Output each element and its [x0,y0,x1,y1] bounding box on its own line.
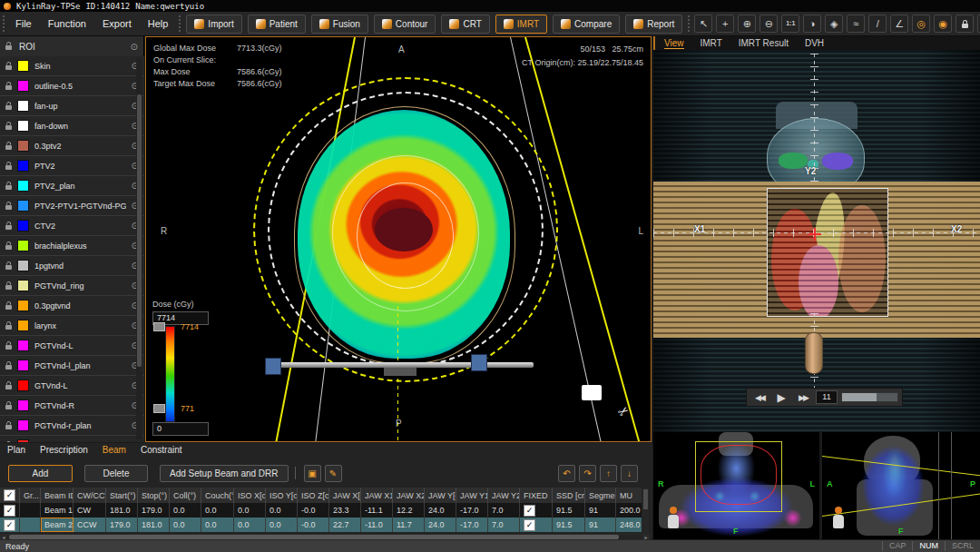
lock-icon[interactable] [5,205,12,210]
cell[interactable]: 0.0 [201,518,234,532]
cell[interactable]: 248.0 [616,518,642,532]
roi-item-pgtvnd-l[interactable]: PGTVnd-L⊙ [0,336,144,356]
lock-icon[interactable] [5,125,12,130]
menu-file[interactable]: File [7,18,40,29]
roi-item-fan-down[interactable]: fan-down⊙ [0,116,144,136]
roi-item-1pgtvnd[interactable]: 1pgtvnd⊙ [0,256,144,276]
cell[interactable]: 7.0 [488,518,520,532]
cell[interactable] [20,503,41,518]
cell[interactable]: 179.0 [106,518,138,532]
rotate-3d-icon[interactable]: ◈ [825,15,843,33]
dose-rings-icon[interactable]: ◉ [934,15,952,33]
lock-icon[interactable] [5,405,12,409]
hscroll-track[interactable] [7,535,642,539]
lock-icon[interactable] [5,345,12,350]
column-header-JAW Y2...[interactable]: JAW Y2... [488,488,520,503]
roi-item-0.3ptv2[interactable]: 0.3ptv2⊙ [0,136,144,156]
roi-item[interactable]: ⊙ [0,436,144,442]
segment-number-input[interactable]: 11 [816,390,838,404]
column-header-Stop(°)[interactable]: Stop(°) [138,488,170,503]
module-compare-button[interactable]: Compare [553,15,620,34]
menu-export[interactable]: Export [94,18,140,29]
lock-icon[interactable] [5,185,12,190]
module-crt-button[interactable]: CRT [441,15,489,34]
column-header-Gr...[interactable]: Gr... [20,488,41,503]
column-header-Segment[interactable]: Segment [585,488,616,503]
beam-row-2[interactable]: ✓Beam 2CCW179.0181.00.00.00.00.0-0.022.7… [0,518,642,532]
add-beam-button[interactable]: Add [8,465,73,482]
column-header-MU[interactable]: MU [616,488,642,503]
segment-progress-bar[interactable] [841,392,898,402]
cell[interactable]: 24.0 [425,518,456,532]
module-imrt-button[interactable]: IMRT [495,15,547,34]
cell[interactable]: 91 [585,518,616,532]
dose-profile-icon[interactable]: ≈ [847,15,865,33]
checkbox[interactable]: ✓ [524,519,535,531]
column-header-JAW X2...[interactable]: JAW X2... [393,488,425,503]
lock-icon[interactable] [5,365,12,370]
beam-row-1[interactable]: ✓Beam 1CW181.0179.00.00.00.00.0-0.023.3-… [0,503,642,518]
cell[interactable]: 181.0 [138,518,170,532]
cell[interactable]: 7.0 [488,503,520,518]
rotate-right-icon[interactable]: ↷ [579,465,596,482]
ruler-icon[interactable]: / [868,15,887,33]
cell[interactable]: 181.0 [106,503,138,518]
roi-scroll-thumb[interactable] [137,94,142,367]
checkbox[interactable]: ✓ [524,505,535,517]
sagittal-dose-view[interactable]: A P F [822,432,980,539]
cell[interactable]: 11.7 [393,518,425,532]
checkbox[interactable]: ✓ [4,489,15,501]
forward-button[interactable]: ▶▶ [794,393,812,402]
lock-icon[interactable] [5,425,12,429]
zoom-in-icon[interactable]: ⊕ [738,15,756,33]
cell[interactable]: 12.2 [393,503,425,518]
rewind-button[interactable]: ◀◀ [750,393,769,402]
roi-item-gtvnd-l[interactable]: GTVnd-L⊙ [0,376,144,396]
column-header-ISO Y[c...[interactable]: ISO Y[c... [266,488,298,503]
cell[interactable]: CW [74,503,106,518]
roi-scrollbar[interactable] [136,58,142,439]
cell[interactable]: 24.0 [425,503,456,518]
cell[interactable]: 179.0 [138,503,170,518]
roi-item-ptv2_plan[interactable]: PTV2_plan⊙ [0,176,144,196]
cell[interactable]: ✓ [0,503,20,518]
table-vscroll-thumb[interactable] [643,489,648,509]
cell[interactable]: Beam 1 [41,503,74,518]
beam-eye-view[interactable]: X1 X2 Y2 ◀◀ ▶ ▶▶ 11 [653,50,980,432]
cell[interactable]: 91 [585,503,616,518]
tab-beam[interactable]: Beam [103,445,126,455]
scroll-right-arrow[interactable]: ▸ [642,534,650,540]
lock-icon[interactable] [5,105,12,110]
cell[interactable]: -17.0 [456,518,488,532]
menu-function[interactable]: Function [40,18,94,29]
eye-icon[interactable]: ⊙ [131,42,138,52]
lock-icon[interactable] [5,85,12,90]
dose-colorbar[interactable] [165,326,175,422]
lock-icon[interactable] [5,325,12,330]
dose-min-input[interactable]: 0 [152,422,209,436]
column-header-FIXED[interactable]: FIXED [520,488,553,503]
column-header-JAW X1...[interactable]: JAW X1... [361,488,393,503]
colorbar-lower-handle[interactable] [153,404,165,413]
roi-item-pgtvnd-l_plan[interactable]: PGTVnd-l_plan⊙ [0,356,144,376]
tab-imrt[interactable]: IMRT [701,38,722,48]
lock-icon[interactable] [5,385,12,389]
roi-list-header[interactable]: ROI ⊙ [0,36,143,57]
cell[interactable]: 0.0 [266,518,298,532]
shift-up-icon[interactable]: ↑ [600,465,617,482]
column-header-JAW X[...[interactable]: JAW X[... [329,488,361,503]
tab-prescription[interactable]: Prescription [40,445,88,455]
angle-icon[interactable]: ∠ [890,15,908,33]
cell[interactable]: 91.5 [553,503,585,518]
column-header-select[interactable]: ✓ [0,488,20,503]
column-header-JAW Y[c...[interactable]: JAW Y[c... [425,488,456,503]
tab-view[interactable]: View [664,38,684,49]
tab-dvh[interactable]: DVH [805,38,824,48]
lock-icon[interactable] [5,305,12,310]
cell[interactable]: 0.0 [266,503,298,518]
cell[interactable]: 200.0 [616,503,642,518]
roi-item-larynx[interactable]: larynx⊙ [0,316,144,336]
lock-icon[interactable] [5,245,12,250]
cell[interactable]: 91.5 [553,518,585,532]
roi-item-0.3pgtvnd[interactable]: 0.3pgtvnd⊙ [0,296,144,316]
